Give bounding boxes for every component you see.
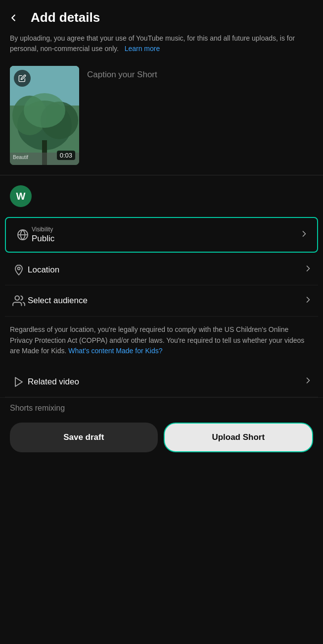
visibility-menu-item[interactable]: Visibility Public [5, 217, 318, 253]
svg-marker-11 [15, 377, 22, 386]
audience-chevron-icon [303, 295, 313, 307]
edit-icon[interactable] [14, 70, 31, 87]
related-video-content: Related video [28, 377, 303, 387]
caption-placeholder: Caption your Short [87, 70, 157, 79]
video-thumbnail[interactable]: Beautif 0:03 [10, 66, 79, 165]
page-title: Add details [31, 10, 100, 25]
coppa-section: Regardless of your location, you're lega… [0, 317, 323, 367]
avatar-initial: W [16, 191, 26, 202]
location-pin-icon [10, 264, 28, 276]
svg-point-5 [24, 93, 65, 128]
visibility-label-main: Public [32, 234, 299, 244]
header: Add details [0, 0, 323, 33]
bottom-buttons: Save draft Upload Short [0, 415, 323, 468]
video-row: Beautif 0:03 Caption your Short [0, 66, 323, 175]
disclaimer-section: By uploading, you agree that your use of… [0, 33, 323, 66]
avatar: W [10, 185, 32, 207]
caption-input[interactable]: Caption your Short [87, 66, 313, 80]
visibility-chevron-icon [299, 229, 309, 241]
location-label: Location [28, 265, 303, 275]
related-video-label: Related video [28, 377, 303, 387]
divider-1 [0, 175, 323, 175]
visibility-label-small: Visibility [32, 226, 299, 233]
related-video-chevron-icon [303, 376, 313, 388]
video-label: Beautif [13, 155, 28, 160]
audience-menu-item[interactable]: Select audience [5, 285, 318, 317]
audience-content: Select audience [28, 296, 303, 306]
audience-icon [10, 294, 28, 307]
svg-point-10 [15, 296, 19, 300]
upload-short-button[interactable]: Upload Short [164, 423, 314, 452]
avatar-row: W [0, 185, 323, 217]
whats-content-link[interactable]: What's content Made for Kids? [68, 347, 162, 355]
related-video-menu-item[interactable]: Related video [5, 367, 318, 397]
audience-label: Select audience [28, 296, 303, 306]
location-content: Location [28, 265, 303, 275]
save-draft-button[interactable]: Save draft [10, 423, 158, 452]
location-chevron-icon [303, 264, 313, 276]
visibility-content: Visibility Public [32, 226, 299, 244]
globe-icon [14, 229, 32, 241]
learn-more-link[interactable]: Learn more [125, 45, 160, 53]
back-button[interactable] [8, 10, 23, 25]
video-duration: 0:03 [57, 151, 75, 160]
shorts-remixing-row: Shorts remixing [0, 397, 323, 415]
location-menu-item[interactable]: Location [5, 255, 318, 285]
play-icon [10, 376, 28, 388]
shorts-remixing-label: Shorts remixing [10, 404, 65, 413]
svg-point-9 [18, 267, 20, 269]
